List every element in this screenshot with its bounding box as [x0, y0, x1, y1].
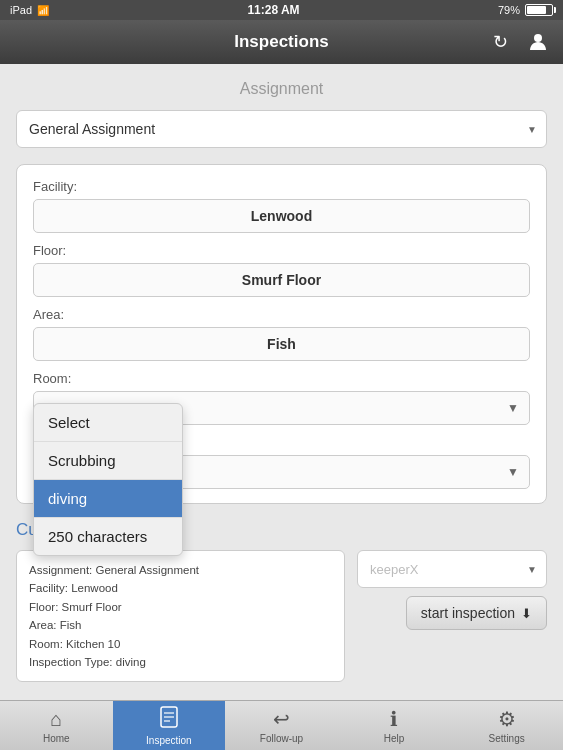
assignment-select-wrapper: General Assignment — [16, 110, 547, 148]
dropdown-item-250chars[interactable]: 250 characters — [34, 518, 182, 555]
device-label: iPad — [10, 4, 32, 16]
main-content: Assignment General Assignment Facility: … — [0, 64, 563, 700]
location-inspection-type: Inspection Type: diving — [29, 653, 332, 671]
tab-help-label: Help — [384, 733, 405, 744]
tab-inspection-label: Inspection — [146, 735, 192, 746]
tab-home[interactable]: ⌂ Home — [0, 701, 113, 750]
assignment-select[interactable]: General Assignment — [16, 110, 547, 148]
status-bar: iPad 📶 11:28 AM 79% — [0, 0, 563, 20]
facility-value: Lenwood — [33, 199, 530, 233]
inspection-type-chevron-icon: ▼ — [507, 465, 519, 479]
start-inspection-button[interactable]: start inspection ⬇ — [406, 596, 547, 630]
tab-home-label: Home — [43, 733, 70, 744]
area-field-group: Area: Fish — [33, 307, 530, 361]
status-right: 79% — [498, 4, 553, 16]
location-floor: Floor: Smurf Floor — [29, 598, 332, 616]
dropdown-item-diving[interactable]: diving — [34, 480, 182, 518]
wifi-icon: 📶 — [37, 5, 49, 16]
tab-bar: ⌂ Home Inspection ↩ Follow-up ℹ Help ⚙ S… — [0, 700, 563, 750]
help-icon: ℹ — [390, 707, 398, 731]
floor-label: Floor: — [33, 243, 530, 258]
keeper-select-wrap: keeperX — [357, 550, 547, 588]
refresh-button[interactable]: ↻ — [485, 27, 515, 57]
battery-icon — [525, 4, 553, 16]
room-field-group: Room: ▼ Select Scrubbing diving 250 char… — [33, 371, 530, 425]
room-dropdown: Select Scrubbing diving 250 characters — [33, 403, 183, 556]
battery-fill — [527, 6, 546, 14]
assignment-select-wrap: General Assignment — [16, 110, 547, 148]
facility-field-group: Facility: Lenwood — [33, 179, 530, 233]
keeper-select[interactable]: keeperX — [357, 550, 547, 588]
settings-icon: ⚙ — [498, 707, 516, 731]
location-assignment: Assignment: General Assignment — [29, 561, 332, 579]
start-inspection-label: start inspection — [421, 605, 515, 621]
nav-bar: Inspections ↻ — [0, 20, 563, 64]
nav-icons: ↻ — [485, 27, 553, 57]
form-card: Facility: Lenwood Floor: Smurf Floor Are… — [16, 164, 547, 504]
tab-settings-label: Settings — [489, 733, 525, 744]
area-value: Fish — [33, 327, 530, 361]
assignment-section-title: Assignment — [16, 80, 547, 98]
tab-followup-label: Follow-up — [260, 733, 303, 744]
inspection-icon — [158, 706, 180, 733]
location-info-box: Assignment: General Assignment Facility:… — [16, 550, 345, 682]
location-facility: Facility: Lenwood — [29, 579, 332, 597]
tab-inspection[interactable]: Inspection — [113, 701, 226, 750]
tab-followup[interactable]: ↩ Follow-up — [225, 701, 338, 750]
floor-value: Smurf Floor — [33, 263, 530, 297]
room-chevron-icon: ▼ — [507, 401, 519, 415]
battery-label: 79% — [498, 4, 520, 16]
room-label: Room: — [33, 371, 530, 386]
location-room: Room: Kitchen 10 — [29, 635, 332, 653]
home-icon: ⌂ — [50, 708, 62, 731]
status-time: 11:28 AM — [247, 3, 299, 17]
start-inspection-arrow-icon: ⬇ — [521, 606, 532, 621]
nav-title: Inspections — [234, 32, 328, 52]
dropdown-item-scrubbing[interactable]: Scrubbing — [34, 442, 182, 480]
area-label: Area: — [33, 307, 530, 322]
location-row: Assignment: General Assignment Facility:… — [16, 550, 547, 682]
tab-settings[interactable]: ⚙ Settings — [450, 701, 563, 750]
status-left: iPad 📶 — [10, 4, 49, 16]
facility-label: Facility: — [33, 179, 530, 194]
location-actions: keeperX start inspection ⬇ — [357, 550, 547, 630]
followup-icon: ↩ — [273, 707, 290, 731]
floor-field-group: Floor: Smurf Floor — [33, 243, 530, 297]
location-area: Area: Fish — [29, 616, 332, 634]
tab-help[interactable]: ℹ Help — [338, 701, 451, 750]
svg-point-0 — [534, 34, 542, 42]
profile-button[interactable] — [523, 27, 553, 57]
dropdown-item-select[interactable]: Select — [34, 404, 182, 442]
